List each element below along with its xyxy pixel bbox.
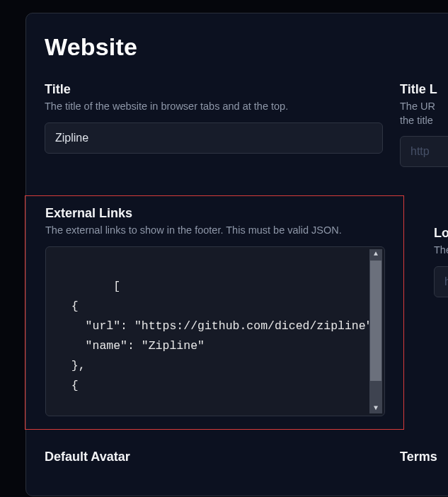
title-desc: The title of the website in browser tabs… — [45, 100, 383, 114]
page-title: Website — [45, 33, 448, 61]
terms-label: Terms — [400, 450, 448, 464]
scroll-down-icon[interactable]: ▼ — [369, 404, 382, 413]
title-label: Title — [45, 82, 383, 97]
default-avatar-label: Default Avatar — [45, 450, 383, 464]
external-links-label: External Links — [45, 206, 395, 221]
row-title: Title The title of the website in browse… — [45, 82, 448, 167]
field-title: Title The title of the website in browse… — [45, 82, 383, 167]
scrollbar-thumb[interactable] — [370, 261, 381, 381]
external-links-desc: The external links to show in the footer… — [45, 224, 378, 238]
external-links-highlight: External Links The external links to sho… — [25, 195, 404, 430]
field-title-right: Title L The UR the title — [400, 82, 448, 167]
title-right-label: Title L — [400, 82, 448, 97]
login-label: Login — [434, 226, 448, 241]
title-right-input[interactable] — [400, 136, 448, 167]
scroll-up-icon[interactable]: ▲ — [369, 249, 382, 259]
scrollbar[interactable]: ▲ ▼ — [369, 249, 382, 413]
login-desc: The UR — [434, 244, 448, 258]
title-input[interactable] — [45, 122, 383, 154]
field-external-links: External Links The external links to sho… — [45, 206, 395, 416]
external-links-json-input[interactable]: [ { "url": "https://github.com/diced/zip… — [45, 246, 385, 416]
row-avatar-terms: Default Avatar Terms — [45, 450, 448, 467]
field-terms: Terms — [400, 450, 448, 467]
json-content: [ { "url": "https://github.com/diced/zip… — [57, 280, 379, 392]
field-login: Login The UR http — [434, 226, 448, 297]
settings-card: Website Title The title of the website i… — [25, 13, 448, 496]
login-input[interactable]: http — [434, 266, 448, 297]
field-default-avatar: Default Avatar — [45, 450, 383, 467]
title-right-desc: The UR the title — [400, 100, 448, 127]
